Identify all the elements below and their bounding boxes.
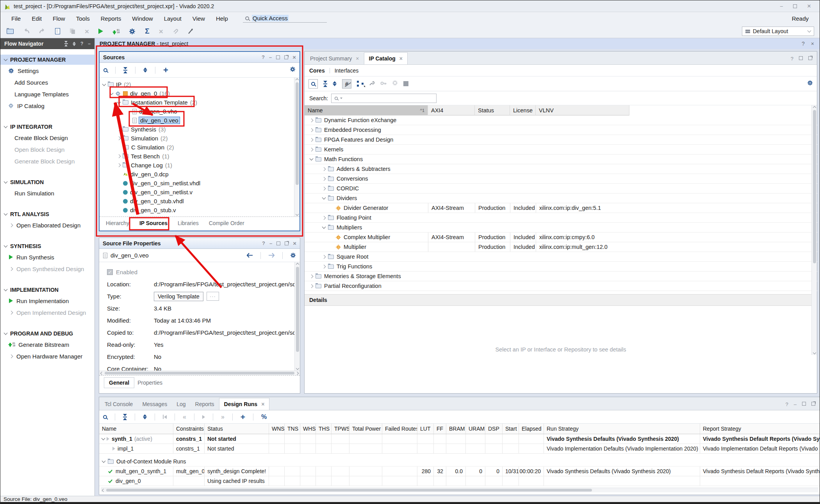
sidebar-item-run-synthesis[interactable]: Run Synthesis <box>0 251 94 263</box>
run-row-impl-1[interactable]: impl_1 constrs_1Not started Vivado Imple… <box>99 444 820 454</box>
run-row-synth-1[interactable]: synth_1(active) constrs_1Not started Viv… <box>99 434 820 444</box>
sum-icon[interactable]: Σ <box>145 27 149 35</box>
catalog-row[interactable]: Math Functions <box>305 154 818 164</box>
catalog-row[interactable]: Kernels <box>305 145 818 154</box>
close-icon[interactable]: × <box>807 3 811 9</box>
close-icon[interactable]: × <box>399 55 403 62</box>
column-vlnv[interactable]: VLNV <box>536 105 629 115</box>
tab-messages[interactable]: Messages <box>137 398 172 410</box>
attach-icon[interactable] <box>173 28 178 34</box>
copy-icon[interactable] <box>70 28 75 34</box>
float-icon[interactable] <box>285 241 289 245</box>
help-icon[interactable]: ? <box>802 41 805 47</box>
tab-tcl-console[interactable]: Tcl Console <box>100 398 137 410</box>
tab-log[interactable]: Log <box>172 398 190 410</box>
sidebar-item-open-hardware-manager[interactable]: Open Hardware Manager <box>0 350 94 362</box>
menu-view[interactable]: View <box>187 15 210 22</box>
minimize-icon[interactable]: – <box>269 55 272 60</box>
search-icon[interactable] <box>308 79 318 89</box>
sidebar-item-create-block-design[interactable]: Create Block Design <box>0 132 94 144</box>
maximize-icon[interactable] <box>276 241 280 245</box>
sidebar-section-simulation[interactable]: SIMULATION <box>0 177 94 187</box>
redo-icon[interactable] <box>39 28 46 34</box>
settings-icon[interactable] <box>129 28 135 35</box>
tab-interfaces[interactable]: Interfaces <box>335 67 358 74</box>
expand-all-icon[interactable] <box>143 67 147 73</box>
tab-ip-catalog[interactable]: IP Catalog× <box>364 52 408 64</box>
sidebar-section-synthesis[interactable]: SYNTHESIS <box>0 241 94 251</box>
menu-file[interactable]: File <box>6 15 26 22</box>
tree-item-stub-v[interactable]: div_gen_0_stub.v <box>100 206 299 215</box>
tab-design-runs[interactable]: Design Runs× <box>219 398 270 410</box>
sidebar-section-project-manager[interactable]: PROJECT MANAGER <box>0 55 94 65</box>
horizontal-scrollbar[interactable] <box>101 488 818 492</box>
chevron-down-icon[interactable] <box>102 82 106 86</box>
back-arrow-icon[interactable] <box>246 253 253 258</box>
gear-icon[interactable] <box>807 80 813 86</box>
catalog-row[interactable]: Memories & Storage Elements <box>305 272 818 281</box>
chevron-down-icon[interactable] <box>102 459 106 463</box>
help-icon[interactable]: ? <box>262 55 265 60</box>
cancel-icon[interactable]: × <box>159 28 163 35</box>
close-icon[interactable]: × <box>292 54 296 60</box>
open-folder-icon[interactable] <box>7 29 14 34</box>
tab-cores[interactable]: Cores <box>309 67 325 74</box>
close-icon[interactable]: × <box>356 55 359 62</box>
tree-item-ip[interactable]: IP(2) <box>100 80 299 89</box>
chevron-down-icon[interactable] <box>117 100 121 104</box>
tab-hierarchy[interactable]: Hierarchy <box>106 220 129 226</box>
column-axi4[interactable]: AXI4 <box>428 105 475 115</box>
minimize-icon[interactable]: – <box>269 241 272 246</box>
delete-icon[interactable]: × <box>85 28 89 35</box>
close-icon[interactable]: × <box>261 401 264 407</box>
run-row-div-gen-0[interactable]: div_gen_0 Using cached IP results <box>99 476 820 486</box>
catalog-row[interactable]: CORDIC <box>305 184 818 193</box>
chevron-right-icon[interactable] <box>117 137 121 140</box>
tree-item-div-gen-0-dcp[interactable]: div_gen_0.dcp <box>100 170 299 179</box>
forward-arrow-icon[interactable] <box>268 253 275 258</box>
catalog-row[interactable]: Partial Reconfiguration <box>305 281 818 291</box>
enabled-checkbox[interactable]: ✓ <box>107 269 113 275</box>
minimize-panel-icon[interactable]: – <box>88 41 91 46</box>
menu-reports[interactable]: Reports <box>95 15 127 22</box>
float-icon[interactable] <box>811 402 815 406</box>
menu-help[interactable]: Help <box>210 15 234 22</box>
catalog-row[interactable]: Trig Functions <box>305 262 818 272</box>
catalog-row[interactable]: Multipliers <box>305 223 818 232</box>
filter-incompatible-icon[interactable]: # <box>342 79 351 89</box>
sidebar-item-settings[interactable]: Settings <box>0 65 94 76</box>
column-status[interactable]: Status <box>475 105 510 115</box>
type-dropdown[interactable]: Verilog Template <box>154 292 203 301</box>
tree-item-div-gen-0-vho[interactable]: div_gen_0.vho <box>100 107 299 116</box>
report-icon[interactable] <box>55 28 60 34</box>
maximize-icon[interactable] <box>799 56 803 60</box>
close-icon[interactable]: × <box>293 240 296 246</box>
group-by-hierarchy-icon[interactable] <box>357 81 364 87</box>
menu-layout[interactable]: Layout <box>159 15 187 22</box>
help-icon[interactable]: ? <box>262 241 265 246</box>
float-icon[interactable] <box>808 56 812 60</box>
run-icon[interactable] <box>98 28 103 34</box>
chevron-right-icon[interactable] <box>117 163 121 167</box>
sidebar-item-run-implementation[interactable]: Run Implementation <box>0 295 94 307</box>
gear-icon[interactable] <box>290 252 296 258</box>
sidebar-item-open-synthesized-design[interactable]: Open Synthesized Design <box>0 263 94 275</box>
tree-item-instantiation-template[interactable]: Instantiation Template(2) <box>100 98 299 107</box>
sidebar-item-generate-bitstream[interactable]: 0110Generate Bitstream <box>0 339 94 350</box>
sidebar-item-language-templates[interactable]: Language Templates <box>0 88 94 100</box>
customize-ip-icon[interactable] <box>369 80 375 87</box>
tree-item-simulation[interactable]: Simulation(2) <box>100 134 299 143</box>
license-key-icon[interactable] <box>380 80 387 87</box>
sidebar-item-open-implemented-design[interactable]: Open Implemented Design <box>0 307 94 318</box>
catalog-row[interactable]: Conversions <box>305 174 818 184</box>
catalog-row-divider-generator[interactable]: Divider GeneratorAXI4-StreamProductionIn… <box>305 203 818 213</box>
sidebar-section-ip-integrator[interactable]: IP INTEGRATOR <box>0 122 94 132</box>
percent-icon[interactable]: % <box>261 413 267 421</box>
menu-window[interactable]: Window <box>127 15 158 22</box>
sidebar-item-run-simulation[interactable]: Run Simulation <box>0 187 94 199</box>
tree-item-stub-vhdl[interactable]: div_gen_0_stub.vhdl <box>100 197 299 206</box>
collapse-all-icon[interactable] <box>123 414 127 420</box>
tab-ip-sources[interactable]: IP Sources <box>139 220 168 226</box>
chip-icon[interactable] <box>392 80 398 87</box>
collapse-all-icon[interactable] <box>64 41 68 46</box>
